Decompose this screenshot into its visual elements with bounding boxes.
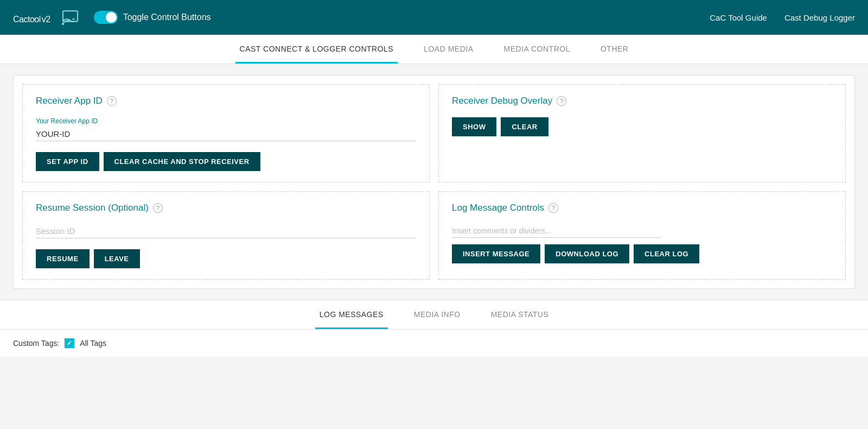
all-tags-label: All Tags <box>80 339 106 348</box>
tab-other[interactable]: OTHER <box>596 35 633 64</box>
svg-point-1 <box>61 23 64 26</box>
app-header: Cactoolv2 Toggle Control Buttons CaC Too… <box>0 0 868 35</box>
resume-session-title: Resume Session (Optional) ? <box>36 203 416 213</box>
custom-tags-row: Custom Tags: All Tags <box>0 330 868 357</box>
receiver-app-id-panel: Receiver App ID ? Your Receiver App ID S… <box>22 84 430 182</box>
log-message-controls-title: Log Message Controls ? <box>452 203 832 213</box>
resume-button[interactable]: RESUME <box>36 249 90 268</box>
bottom-section: LOG MESSAGES MEDIA INFO MEDIA STATUS Cus… <box>0 300 868 357</box>
bottom-tab-bar: LOG MESSAGES MEDIA INFO MEDIA STATUS <box>0 300 868 330</box>
main-content: Receiver App ID ? Your Receiver App ID S… <box>0 64 868 300</box>
tab-load-media[interactable]: LOAD MEDIA <box>419 35 477 64</box>
receiver-debug-overlay-help-icon[interactable]: ? <box>557 96 566 106</box>
show-button[interactable]: SHOW <box>452 117 496 136</box>
toggle-control-switch[interactable] <box>94 11 118 24</box>
all-tags-checkbox[interactable] <box>65 338 74 348</box>
receiver-app-id-input[interactable] <box>36 127 416 141</box>
tab-log-messages[interactable]: LOG MESSAGES <box>315 300 388 329</box>
receiver-debug-overlay-panel: Receiver Debug Overlay ? SHOW CLEAR <box>438 84 846 182</box>
tab-media-control[interactable]: MEDIA CONTROL <box>500 35 575 64</box>
clear-log-button[interactable]: CLEAR LOG <box>634 244 699 263</box>
resume-session-panel: Resume Session (Optional) ? RESUME LEAVE <box>22 191 430 280</box>
log-message-controls-panel: Log Message Controls ? INSERT MESSAGE DO… <box>438 191 846 280</box>
log-message-controls-help-icon[interactable]: ? <box>548 203 558 213</box>
custom-tags-label: Custom Tags: <box>13 339 59 348</box>
receiver-debug-overlay-buttons: SHOW CLEAR <box>452 117 832 136</box>
cast-icon <box>61 8 81 27</box>
tab-media-info[interactable]: MEDIA INFO <box>410 300 465 329</box>
log-message-input[interactable] <box>452 224 661 238</box>
tab-cast-connect[interactable]: CAST CONNECT & LOGGER CONTROLS <box>235 35 398 64</box>
resume-session-help-icon[interactable]: ? <box>153 203 163 213</box>
receiver-app-id-input-label: Your Receiver App ID <box>36 117 416 125</box>
tab-media-status[interactable]: MEDIA STATUS <box>487 300 553 329</box>
leave-button[interactable]: LEAVE <box>94 249 140 268</box>
toggle-control-label: Toggle Control Buttons <box>123 12 211 22</box>
session-id-input[interactable] <box>36 224 416 238</box>
cac-tool-guide-link[interactable]: CaC Tool Guide <box>710 13 767 22</box>
download-log-button[interactable]: DOWNLOAD LOG <box>545 244 629 263</box>
toggle-control-area: Toggle Control Buttons <box>94 11 211 24</box>
receiver-app-id-help-icon[interactable]: ? <box>107 96 117 106</box>
receiver-app-id-title: Receiver App ID ? <box>36 96 416 106</box>
log-controls-row: INSERT MESSAGE DOWNLOAD LOG CLEAR LOG <box>452 224 832 263</box>
panels-grid: Receiver App ID ? Your Receiver App ID S… <box>13 75 855 289</box>
insert-message-button[interactable]: INSERT MESSAGE <box>452 244 540 263</box>
cast-debug-logger-link[interactable]: Cast Debug Logger <box>784 13 855 22</box>
receiver-debug-overlay-title: Receiver Debug Overlay ? <box>452 96 832 106</box>
receiver-app-id-buttons: SET APP ID CLEAR CACHE AND STOP RECEIVER <box>36 152 416 171</box>
clear-overlay-button[interactable]: CLEAR <box>501 117 548 136</box>
log-buttons: INSERT MESSAGE DOWNLOAD LOG CLEAR LOG <box>452 244 699 263</box>
set-app-id-button[interactable]: SET APP ID <box>36 152 99 171</box>
main-tab-bar: CAST CONNECT & LOGGER CONTROLS LOAD MEDI… <box>0 35 868 64</box>
app-logo: Cactoolv2 <box>13 9 50 26</box>
clear-cache-button[interactable]: CLEAR CACHE AND STOP RECEIVER <box>104 152 260 171</box>
header-nav: CaC Tool Guide Cast Debug Logger <box>710 13 855 22</box>
resume-session-buttons: RESUME LEAVE <box>36 249 416 268</box>
